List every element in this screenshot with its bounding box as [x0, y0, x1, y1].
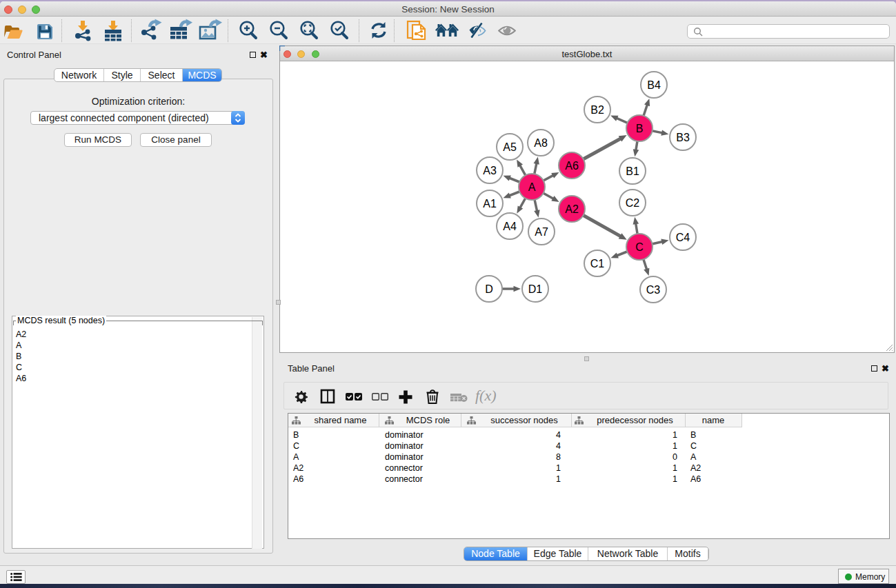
svg-text:C3: C3	[646, 284, 661, 296]
svg-text:B2: B2	[590, 104, 604, 116]
svg-text:A5: A5	[503, 141, 517, 153]
svg-text:C: C	[635, 241, 644, 253]
svg-text:A4: A4	[503, 221, 517, 232]
svg-text:A6: A6	[565, 160, 579, 172]
svg-text:A2: A2	[565, 203, 579, 215]
svg-text:B: B	[636, 123, 644, 134]
svg-text:A8: A8	[534, 137, 548, 149]
svg-text:A7: A7	[535, 226, 548, 238]
svg-text:C2: C2	[626, 197, 640, 209]
svg-text:D: D	[485, 283, 493, 295]
svg-text:C1: C1	[590, 258, 605, 270]
svg-text:B4: B4	[647, 79, 661, 91]
svg-text:D1: D1	[528, 283, 543, 295]
svg-text:C4: C4	[676, 232, 690, 243]
svg-text:A3: A3	[483, 165, 497, 176]
svg-text:B1: B1	[626, 165, 639, 177]
svg-text:A: A	[528, 181, 536, 193]
svg-text:A1: A1	[483, 198, 497, 210]
svg-text:B3: B3	[676, 132, 690, 143]
